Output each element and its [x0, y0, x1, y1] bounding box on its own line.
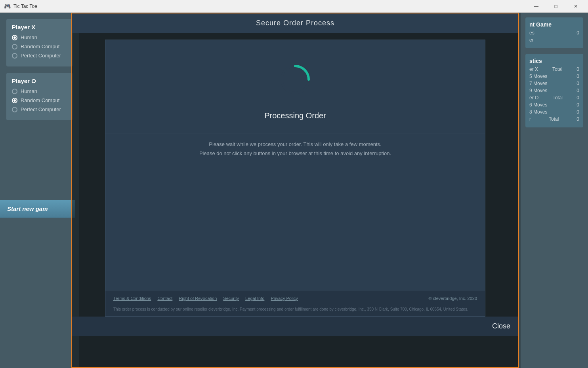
- stats-x-5moves-label: 5 Moves: [529, 74, 547, 79]
- statistics-box: stics er X Total 0 5 Moves 0 7 Moves 0 9…: [525, 54, 583, 127]
- stats-total-label-r: r: [529, 116, 531, 122]
- processing-description: Please wait while we process your order.…: [183, 140, 407, 158]
- stats-x-9moves-value: 0: [577, 88, 579, 93]
- stats-o-total-value: 0: [577, 95, 579, 101]
- stats-o-label-row: er O Total 0: [529, 95, 579, 101]
- start-new-game-button[interactable]: Start new gam: [0, 200, 75, 218]
- current-game-label-2: er: [529, 37, 534, 43]
- current-game-row-1: es 0: [529, 30, 579, 36]
- spinner-container: [279, 40, 311, 111]
- footer-address: This order process is conducted by our o…: [113, 306, 477, 312]
- stats-x-5moves-row: 5 Moves 0: [529, 74, 579, 79]
- secure-order-overlay: Secure Order Process Processing Order: [71, 13, 519, 368]
- player-x-perfect-label: Perfect Computer: [21, 53, 61, 59]
- stats-total-label: Total: [549, 116, 559, 122]
- player-o-perfect-label: Perfect Computer: [21, 106, 61, 112]
- stats-o-8moves-label: 8 Moves: [529, 109, 547, 115]
- contact-link[interactable]: Contact: [157, 296, 172, 301]
- stats-x-7moves-value: 0: [577, 81, 579, 86]
- processing-title: Processing Order: [264, 111, 326, 120]
- stats-x-label: er X: [529, 66, 538, 72]
- close-row: Close: [72, 317, 518, 336]
- stats-x-label-row: er X Total 0: [529, 66, 579, 72]
- stats-o-total-label: Total: [553, 95, 563, 101]
- processing-line-2: Please do not click any buttons in your …: [199, 149, 391, 158]
- stats-x-9moves-row: 9 Moves 0: [529, 88, 579, 93]
- minimize-button[interactable]: —: [527, 0, 545, 13]
- right-panel: nt Game es 0 er stics er X Total 0 5 Mov…: [521, 13, 588, 368]
- player-x-human-option[interactable]: Human: [12, 34, 67, 40]
- stats-x-total-value: 0: [577, 66, 579, 72]
- player-x-box: Player X Human Random Comput Perfect Com…: [6, 19, 73, 66]
- close-window-button[interactable]: ✕: [567, 0, 585, 13]
- terms-conditions-link[interactable]: Terms & Conditions: [113, 296, 151, 301]
- player-x-human-label: Human: [21, 34, 37, 40]
- stats-o-8moves-value: 0: [577, 109, 579, 115]
- player-o-random-radio[interactable]: [12, 98, 17, 103]
- stats-x-5moves-value: 0: [577, 74, 579, 79]
- stats-total-value: 0: [577, 116, 579, 122]
- stats-o-6moves-value: 0: [577, 102, 579, 108]
- player-x-perfect-radio[interactable]: [12, 53, 17, 59]
- stats-x-total-label: Total: [552, 66, 562, 72]
- current-game-row-2: er: [529, 37, 579, 43]
- player-o-label: Player O: [12, 78, 67, 84]
- modal-body: Processing Order Please wait while we pr…: [105, 40, 485, 317]
- statistics-title: stics: [529, 58, 579, 64]
- modal-footer: Terms & Conditions Contact Right of Revo…: [105, 290, 485, 316]
- player-o-human-radio[interactable]: [12, 89, 17, 94]
- app-title: Tic Tac Toe: [13, 4, 527, 9]
- player-o-random-option[interactable]: Random Comput: [12, 97, 67, 103]
- player-x-perfect-option[interactable]: Perfect Computer: [12, 53, 67, 59]
- player-o-perfect-option[interactable]: Perfect Computer: [12, 106, 67, 112]
- player-o-box: Player O Human Random Comput Perfect Com…: [6, 73, 73, 120]
- spinner-svg: [279, 64, 311, 95]
- current-game-box: nt Game es 0 er: [525, 17, 583, 48]
- maximize-button[interactable]: □: [547, 0, 565, 13]
- close-button[interactable]: Close: [492, 322, 510, 330]
- processing-line-1: Please wait while we process your order.…: [199, 140, 391, 149]
- stats-total-row: r Total 0: [529, 116, 579, 122]
- stats-x-9moves-label: 9 Moves: [529, 88, 547, 93]
- player-x-random-radio[interactable]: [12, 44, 17, 49]
- copyright-text: © cleverbridge, Inc. 2020: [429, 296, 477, 301]
- loading-spinner: [279, 64, 311, 95]
- stats-x-7moves-label: 7 Moves: [529, 81, 547, 86]
- stats-o-6moves-label: 6 Moves: [529, 102, 547, 108]
- modal-header: Secure Order Process: [72, 13, 518, 33]
- left-panel: Player X Human Random Comput Perfect Com…: [0, 13, 79, 368]
- player-x-label: Player X: [12, 24, 67, 30]
- title-bar: 🎮 Tic Tac Toe — □ ✕: [0, 0, 588, 13]
- legal-info-link[interactable]: Legal Info: [245, 296, 264, 301]
- privacy-policy-link[interactable]: Privacy Policy: [271, 296, 298, 301]
- player-o-human-option[interactable]: Human: [12, 88, 67, 94]
- player-o-perfect-radio[interactable]: [12, 107, 17, 112]
- right-of-revocation-link[interactable]: Right of Revocation: [179, 296, 217, 301]
- stats-o-8moves-row: 8 Moves 0: [529, 109, 579, 115]
- stats-o-label: er O: [529, 95, 538, 101]
- stats-x-7moves-row: 7 Moves 0: [529, 81, 579, 86]
- window-controls: — □ ✕: [527, 0, 585, 13]
- app-icon: 🎮: [3, 2, 11, 10]
- current-game-title: nt Game: [529, 21, 579, 28]
- player-x-random-option[interactable]: Random Comput: [12, 44, 67, 49]
- separator: [105, 133, 485, 133]
- security-link[interactable]: Security: [223, 296, 239, 301]
- current-game-label-1: es: [529, 30, 535, 36]
- player-x-human-radio[interactable]: [12, 35, 17, 40]
- player-o-random-label: Random Comput: [21, 97, 59, 103]
- current-game-value-1: 0: [577, 30, 579, 36]
- app-background: Player X Human Random Comput Perfect Com…: [0, 13, 588, 368]
- stats-o-6moves-row: 6 Moves 0: [529, 102, 579, 108]
- modal-content: Processing Order Please wait while we pr…: [105, 40, 485, 290]
- footer-links: Terms & Conditions Contact Right of Revo…: [113, 296, 298, 301]
- player-o-human-label: Human: [21, 88, 37, 94]
- player-x-random-label: Random Comput: [21, 44, 59, 49]
- modal-title: Secure Order Process: [256, 19, 334, 27]
